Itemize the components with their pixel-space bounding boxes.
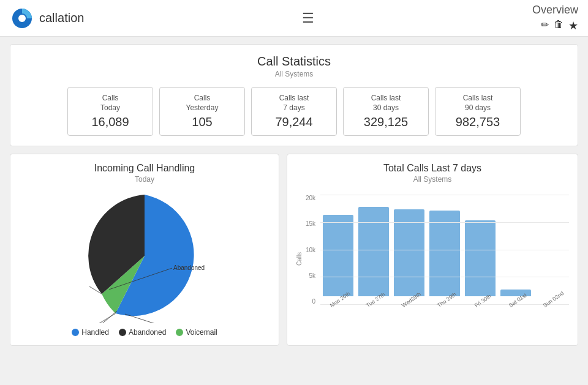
stat-value-3: 329,125 <box>356 115 416 129</box>
svg-line-1 <box>89 313 116 323</box>
overview-title: Overview <box>532 4 578 17</box>
stat-card-4: Calls last 90 days982,753 <box>435 87 521 136</box>
grid-line-3 <box>320 222 569 223</box>
stat-value-4: 982,753 <box>448 115 508 129</box>
stats-subtitle: All Systems <box>20 70 568 78</box>
voicemail-dot <box>176 329 183 336</box>
y-label-3: 15k <box>296 220 318 227</box>
stat-card-1: Calls Yesterday105 <box>159 87 245 136</box>
stat-label-3: Calls last 30 days <box>356 94 416 113</box>
grid-line-1 <box>320 277 569 277</box>
abandoned-label: Abandoned <box>129 328 166 337</box>
bar-chart-subtitle: All Systems <box>296 175 569 184</box>
stat-card-3: Calls last 30 days329,125 <box>343 87 429 136</box>
menu-icon[interactable]: ☰ <box>302 10 314 26</box>
bar-chart-title: Total Calls Last 7 days <box>296 163 569 174</box>
abandoned-dot <box>119 329 126 336</box>
voicemail-label: Voicemail <box>186 328 217 337</box>
y-label-4: 20k <box>296 195 318 201</box>
pie-chart-title: Incoming Call Handling <box>19 163 270 174</box>
stat-label-0: Calls Today <box>80 94 140 113</box>
y-axis-labels: 05k10k15k20k <box>296 195 318 305</box>
delete-icon[interactable]: 🗑 <box>554 19 564 32</box>
app-header: callation ☰ Overview ✏ 🗑 ★ <box>0 0 588 37</box>
pie-legend: Handled Abandoned Voicemail <box>19 328 270 337</box>
svg-text:Voicemail: Voicemail <box>164 323 190 323</box>
bar-chart-area: Calls 05k10k15k20k Mon 26thTue 27thWed28… <box>296 189 569 329</box>
logo-text: callation <box>39 11 84 25</box>
grid-lines <box>320 195 569 305</box>
svg-point-0 <box>18 15 26 22</box>
y-label-1: 5k <box>296 272 318 279</box>
y-label-2: 10k <box>296 247 318 253</box>
stats-cards: Calls Today16,089Calls Yesterday105Calls… <box>20 87 568 136</box>
handled-label: Handled <box>81 328 109 337</box>
logo-icon <box>10 6 34 31</box>
stat-card-2: Calls last 7 days79,244 <box>251 87 337 136</box>
header-right: Overview ✏ 🗑 ★ <box>532 4 578 32</box>
stat-label-1: Calls Yesterday <box>172 94 232 113</box>
edit-icon[interactable]: ✏ <box>541 19 549 32</box>
stat-label-2: Calls last 7 days <box>264 94 324 113</box>
main-content: Call Statistics All Systems Calls Today1… <box>0 37 588 353</box>
stat-label-4: Calls last 90 days <box>448 94 508 113</box>
star-icon[interactable]: ★ <box>568 19 578 32</box>
pie-wrapper: Voicemail Abandoned Handled <box>59 189 230 323</box>
legend-handled: Handled <box>72 328 109 337</box>
charts-row: Incoming Call Handling Today <box>10 154 578 346</box>
pie-panel: Incoming Call Handling Today <box>10 154 279 346</box>
stat-card-0: Calls Today16,089 <box>67 87 153 136</box>
grid-line-4 <box>320 195 569 195</box>
handled-dot <box>72 329 79 336</box>
stat-value-1: 105 <box>172 115 232 129</box>
pie-chart-subtitle: Today <box>19 175 270 184</box>
stat-value-0: 16,089 <box>80 115 140 129</box>
pie-chart-svg: Voicemail Abandoned Handled <box>77 189 212 323</box>
logo: callation <box>10 6 84 31</box>
svg-line-7 <box>96 311 117 323</box>
stats-title: Call Statistics <box>20 54 568 69</box>
stat-value-2: 79,244 <box>264 115 324 129</box>
stats-panel: Call Statistics All Systems Calls Today1… <box>10 44 578 146</box>
y-label-0: 0 <box>296 298 318 305</box>
header-actions: ✏ 🗑 ★ <box>541 19 578 32</box>
svg-text:Abandoned: Abandoned <box>173 264 205 271</box>
bar-panel: Total Calls Last 7 days All Systems Call… <box>287 154 578 346</box>
grid-line-2 <box>320 250 569 250</box>
legend-abandoned: Abandoned <box>119 328 166 337</box>
legend-voicemail: Voicemail <box>176 328 217 337</box>
